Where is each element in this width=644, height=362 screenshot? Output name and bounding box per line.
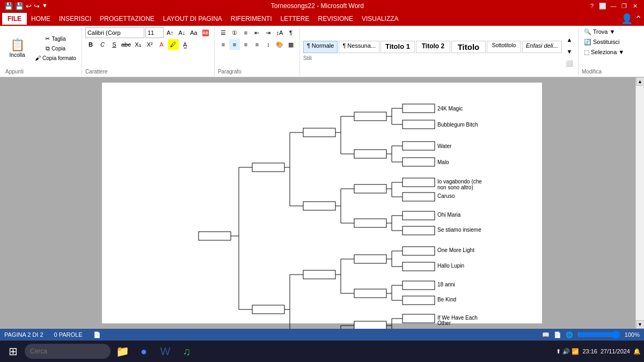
menu-layout[interactable]: LAYOUT DI PAGINA [159,13,226,25]
print-layout-icon[interactable]: 📄 [554,331,561,338]
menu-inserisci[interactable]: INSERISCI [55,13,96,25]
start-button[interactable]: ⊞ [3,342,23,361]
ribbon-paragraph-group: ☰ ① ≡ ⇤ ⇥ ↕A ¶ ≡ ≡ ≡ ≡ ↕ 🎨 ▦ Paragrafo [215,27,300,76]
change-case-button[interactable]: Aa [188,27,199,38]
svg-rect-5 [402,193,435,201]
style-emphasis[interactable]: Enfasi deli... [522,41,562,53]
menu-home[interactable]: HOME [27,13,55,25]
taskbar-spotify[interactable]: ♫ [177,342,196,361]
styles-expand-button[interactable]: ⬜ [564,58,575,69]
menu-lettere[interactable]: LETTERE [276,13,314,25]
menu-bar: FILE HOME INSERISCI PROGETTAZIONE LAYOUT… [0,12,644,26]
taskbar-file-explorer[interactable]: 📁 [113,342,132,361]
select-icon: ⬚ [584,49,589,55]
scroll-down-arrow[interactable]: ▼ [636,320,645,329]
align-right-button[interactable]: ≡ [240,39,251,50]
style-subtitle[interactable]: Sottotitolo [487,41,521,53]
scroll-up-arrow[interactable]: ▲ [636,77,645,86]
svg-rect-8 [402,247,435,255]
bold-button[interactable]: B [85,39,96,50]
paste-button[interactable]: 📋 Incolla [5,36,29,60]
minimize-btn[interactable]: — [609,1,618,11]
scrollbar-right[interactable]: ▲ ▼ [635,77,644,329]
menu-riferimenti[interactable]: RIFERIMENTI [226,13,276,25]
svg-rect-57 [303,128,335,137]
subscript-button[interactable]: X₂ [133,39,143,50]
web-layout-icon[interactable]: 🌐 [566,331,573,338]
multilevel-button[interactable]: ≡ [240,27,251,38]
clipboard-label: Appunti [5,69,24,76]
style-title[interactable]: Titolo [451,41,486,53]
taskbar-search[interactable] [25,344,111,359]
menu-revisione[interactable]: REVISIONE [314,13,357,25]
svg-rect-77 [252,163,284,172]
underline-button[interactable]: S [109,39,120,50]
increase-indent-button[interactable]: ⇥ [263,27,274,38]
svg-text:Other: Other [437,320,451,326]
pilcrow-button[interactable]: ¶ [286,27,296,38]
font-shrink-button[interactable]: A↓ [177,27,187,38]
ribbon-toggle-btn[interactable]: ⬜ [598,1,608,11]
svg-text:Ohi Maria: Ohi Maria [437,212,461,218]
borders-button[interactable]: ▦ [286,39,296,50]
font-grow-button[interactable]: A↑ [165,27,175,38]
svg-rect-18 [354,184,386,193]
cut-button[interactable]: ✂ Taglia [33,34,78,43]
format-painter-icon: 🖌 [35,55,41,61]
bullets-button[interactable]: ☰ [218,27,229,38]
font-name-input[interactable] [85,27,144,38]
svg-rect-16 [354,112,386,121]
style-h2[interactable]: Titolo 2 [416,41,450,53]
decrease-indent-button[interactable]: ⇤ [252,27,262,38]
superscript-button[interactable]: X² [144,39,155,50]
menu-file[interactable]: FILE [2,13,27,25]
paste-label: Incolla [10,52,25,58]
strikethrough-button[interactable]: abc [121,39,131,50]
shading-para-button[interactable]: 🎨 [274,39,285,50]
italic-button[interactable]: C [97,39,108,50]
style-h1[interactable]: Titolo 1 [380,41,415,53]
sort-button[interactable]: ↕A [274,27,285,38]
svg-text:Malo: Malo [437,159,449,165]
styles-scroll-up-button[interactable]: ▲ [564,34,575,45]
menu-visualizza[interactable]: VISUALIZZA [357,13,403,25]
read-mode-icon[interactable]: 📖 [542,331,550,338]
svg-rect-11 [402,296,435,305]
svg-text:18 anni: 18 anni [437,282,455,287]
align-center-button[interactable]: ≡ [229,39,240,50]
font-color-button[interactable]: A [156,39,167,50]
line-spacing-button[interactable]: ↕ [263,39,274,50]
notification-icon[interactable]: 🔔 [633,348,641,355]
shading-button[interactable]: A̲ [180,39,191,50]
taskbar-word[interactable]: W [156,342,175,361]
menu-progettazione[interactable]: PROGETTAZIONE [96,13,159,25]
style-no-spacing[interactable]: ¶ Nessuna... [339,41,379,53]
taskbar-time: 23:16 [582,348,597,354]
highlight-button[interactable]: 🖊 [168,39,179,50]
restore-btn[interactable]: ❐ [619,1,629,11]
svg-text:Water: Water [437,143,452,149]
close-btn[interactable]: ✕ [630,1,640,11]
svg-rect-6 [402,211,435,220]
align-left-button[interactable]: ≡ [218,39,229,50]
svg-rect-22 [354,321,386,329]
clear-format-button[interactable]: 🆎 [200,27,211,38]
zoom-slider[interactable] [577,330,620,339]
redo-icon: ↪ [34,2,40,10]
format-painter-button[interactable]: 🖌 Copia formato [33,54,78,62]
styles-scroll-down-button[interactable]: ▼ [564,46,575,57]
replace-button[interactable]: 🔄 Sostituisci [582,38,622,47]
ribbon-editing-group: 🔍 Trova ▼ 🔄 Sostituisci ⬚ Seleziona ▼ Mo… [579,27,630,76]
svg-text:24K Magic: 24K Magic [437,106,463,112]
ribbon-collapse-btn[interactable]: ⌃ [635,14,642,24]
copy-button[interactable]: ⧉ Copia [33,44,78,53]
font-size-input[interactable] [145,27,164,38]
find-button[interactable]: 🔍 Trova ▼ [582,27,618,36]
select-button[interactable]: ⬚ Seleziona ▼ [582,48,626,57]
style-normal[interactable]: ¶ Normale [303,41,338,53]
zoom-level: 100% [625,331,640,338]
taskbar-chrome[interactable]: ● [134,342,153,361]
justify-button[interactable]: ≡ [252,39,262,50]
help-btn[interactable]: ? [587,1,597,11]
numbering-button[interactable]: ① [229,27,240,38]
